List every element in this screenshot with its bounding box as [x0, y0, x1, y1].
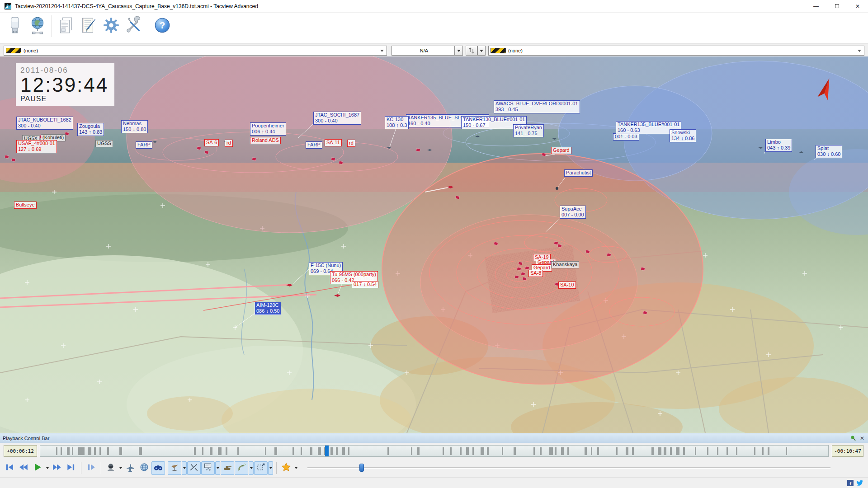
parachutist-marker[interactable]	[556, 187, 558, 190]
binoculars-view-button[interactable]	[151, 461, 165, 475]
red-ground-unit[interactable]	[11, 158, 15, 162]
map-label-usaf-4-008[interactable]: USAF_4#008-01127 ↓ 0.69	[16, 140, 57, 153]
red-ground-unit[interactable]	[455, 196, 459, 199]
red-ground-unit[interactable]	[521, 272, 525, 276]
toolbar-open-flight-recording-button[interactable]	[4, 14, 26, 38]
red-ground-unit[interactable]	[252, 157, 256, 161]
map-label-limbo[interactable]: Limbo043 ↑ 0.39	[765, 139, 792, 152]
red-ground-unit[interactable]	[522, 277, 526, 281]
map-label-sa-8[interactable]: SA-8	[528, 270, 543, 277]
map-label-splat[interactable]: Splat030 ↓ 0.60	[816, 145, 842, 158]
swap-objects-button[interactable]	[466, 46, 477, 56]
map-label-roland-ads[interactable]: Roland ADS	[250, 137, 281, 144]
map-label-kc-130[interactable]: KC-130108 ↑ 0.3	[385, 116, 409, 129]
map-label-sa-11[interactable]: SA-11	[325, 139, 342, 146]
red-ground-unit[interactable]	[643, 311, 647, 314]
trails-button[interactable]	[187, 461, 201, 475]
step-forward-button[interactable]	[84, 461, 98, 475]
map-label-khanskaya[interactable]: Khanskaya	[551, 261, 579, 268]
cockpit-view-dropdown[interactable]	[118, 461, 123, 475]
map-label-farp-east[interactable]: FARP	[306, 141, 322, 149]
minimize-button[interactable]: —	[806, 0, 826, 13]
map-label-heading-017[interactable]: 017 ↓ 0.54	[352, 281, 378, 288]
red-ground-unit[interactable]	[514, 275, 519, 279]
red-ground-unit[interactable]	[197, 146, 201, 150]
red-ground-unit[interactable]	[554, 241, 558, 245]
map-label-supaace[interactable]: SupaAce007 - 0.00	[560, 206, 586, 219]
object-models-button[interactable]	[168, 461, 181, 475]
red-ground-unit[interactable]	[517, 267, 521, 271]
red-ground-unit[interactable]	[331, 157, 335, 161]
telemetry-labels-button[interactable]	[201, 461, 215, 475]
map-label-sa-6[interactable]: SA-6	[204, 139, 219, 146]
selection-boxes-button[interactable]	[254, 461, 268, 475]
ground-objects-button[interactable]	[221, 461, 234, 475]
radar-coverage-dropdown[interactable]	[249, 461, 254, 475]
twitter-icon[interactable]	[856, 480, 863, 486]
right-object-selector[interactable]: (none)	[488, 46, 864, 56]
rewind-button[interactable]	[17, 461, 30, 475]
radar-coverage-button[interactable]	[235, 461, 248, 475]
facebook-icon[interactable]: f	[847, 480, 854, 486]
map-viewport[interactable]: '	[0, 56, 868, 433]
red-ground-unit[interactable]	[204, 150, 208, 154]
favorites-dropdown[interactable]	[293, 461, 298, 475]
favorites-button[interactable]	[279, 461, 293, 475]
close-panel-icon[interactable]: ✕	[860, 435, 864, 441]
map-label-partial-001[interactable]: 001 - 0.03	[613, 133, 639, 141]
map-label-awacs-overlord[interactable]: AWACS_BLUE_OVERLORD#001-01393 - 0.45	[494, 100, 580, 113]
selection-boxes-dropdown[interactable]	[268, 461, 273, 475]
red-ground-unit[interactable]	[607, 253, 611, 257]
maximize-button[interactable]	[826, 0, 847, 13]
speed-slider-handle[interactable]	[359, 464, 364, 472]
aircraft-view-button[interactable]	[123, 461, 137, 475]
map-label-sa-10[interactable]: SA-10	[558, 282, 576, 289]
map-label-zougoula[interactable]: Zougoula143 ↑ 0.83	[77, 123, 104, 136]
red-ground-unit[interactable]	[518, 262, 522, 265]
red-ground-unit[interactable]	[494, 242, 498, 245]
close-button[interactable]: ✕	[847, 0, 868, 13]
skip-to-start-button[interactable]	[3, 461, 16, 475]
fast-forward-button[interactable]	[50, 461, 64, 475]
left-object-selector[interactable]: (none)	[4, 46, 387, 56]
pin-icon[interactable]	[850, 435, 856, 441]
red-ground-unit[interactable]	[641, 267, 645, 271]
red-ground-unit[interactable]	[542, 153, 546, 156]
cockpit-view-button[interactable]	[104, 461, 118, 475]
red-ground-unit[interactable]	[525, 266, 529, 270]
map-label-gepard-north[interactable]: Gepard	[551, 147, 571, 154]
map-label-bullseye[interactable]: Bullseye	[14, 202, 37, 209]
red-ground-unit[interactable]	[416, 148, 420, 152]
play-dropdown[interactable]	[45, 461, 50, 475]
toolbar-online-flights-button[interactable]	[26, 14, 49, 38]
play-button[interactable]	[31, 461, 44, 475]
map-label-privateryan[interactable]: PrivateRyan141 - 0.75	[513, 124, 544, 137]
map-label-snowski[interactable]: Snowski134 ↓ 0.86	[670, 129, 696, 142]
compass-north-arrow[interactable]	[811, 75, 839, 107]
toolbar-settings-button[interactable]	[100, 14, 123, 38]
speed-slider[interactable]	[307, 467, 830, 469]
map-label-rd-fragment-2[interactable]: rd	[347, 140, 355, 147]
toolbar-advanced-settings-button[interactable]	[123, 14, 145, 38]
timeline-track[interactable]	[40, 445, 829, 457]
telemetry-labels-dropdown[interactable]	[215, 461, 220, 475]
map-label-aim-120c[interactable]: AIM-120C086 ↓ 0.50	[255, 302, 281, 315]
object-models-dropdown[interactable]	[182, 461, 187, 475]
relation-selector-dropdown[interactable]	[455, 46, 463, 56]
map-label-ugss[interactable]: UGSS	[95, 140, 113, 147]
red-ground-unit[interactable]	[585, 250, 590, 253]
red-ground-unit[interactable]	[339, 161, 343, 164]
map-label-poopenheimer[interactable]: Poopenheimer006 ↑ 0.44	[250, 122, 286, 136]
playback-control-bar-header[interactable]: Playback Control Bar ✕	[0, 433, 868, 443]
toolbar-flight-data-button[interactable]	[55, 14, 77, 38]
map-label-parachutist[interactable]: Parachutist	[564, 169, 593, 177]
map-label-nebmas[interactable]: Nebmas150 ↓ 0.80	[121, 120, 148, 133]
toolbar-help-button[interactable]: ?	[151, 14, 174, 38]
red-ground-unit[interactable]	[5, 155, 9, 159]
map-label-jtac-kuboleti[interactable]: JTAC_KUBOLETI_1682300 - 0.40	[16, 117, 73, 130]
timeline-position-marker[interactable]	[325, 446, 329, 456]
red-ground-unit[interactable]	[557, 244, 561, 248]
map-label-farp-west[interactable]: FARP	[136, 141, 152, 149]
relation-selector[interactable]: N/A	[392, 46, 455, 56]
map-label-jtac-sochi[interactable]: JTAC_SOCHI_1687300 - 0.40	[313, 112, 361, 125]
